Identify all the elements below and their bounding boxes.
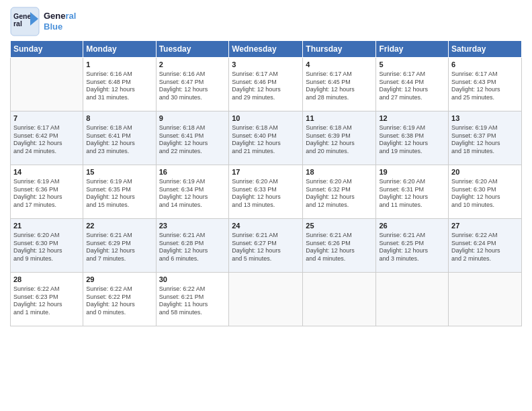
day-info: Sunrise: 6:19 AM Sunset: 6:37 PM Dayligh…: [451, 124, 519, 156]
calendar-cell: 13Sunrise: 6:19 AM Sunset: 6:37 PM Dayli…: [449, 111, 522, 165]
day-info: Sunrise: 6:21 AM Sunset: 6:26 PM Dayligh…: [306, 232, 373, 263]
calendar-cell: 5Sunrise: 6:17 AM Sunset: 6:44 PM Daylig…: [376, 58, 449, 111]
day-info: Sunrise: 6:19 AM Sunset: 6:34 PM Dayligh…: [159, 178, 226, 210]
calendar-header-monday: Monday: [83, 41, 156, 58]
calendar-cell: 21Sunrise: 6:20 AM Sunset: 6:30 PM Dayli…: [11, 219, 83, 273]
header: Gene- ral GeneralBlue: [10, 7, 522, 36]
day-number: 11: [306, 113, 373, 124]
day-number: 19: [379, 167, 445, 177]
calendar-week-row: 28Sunrise: 6:22 AM Sunset: 6:23 PM Dayli…: [11, 273, 522, 326]
calendar-header-sunday: Sunday: [11, 41, 83, 58]
day-number: 15: [86, 167, 152, 177]
calendar-week-row: 7Sunrise: 6:17 AM Sunset: 6:42 PM Daylig…: [11, 111, 522, 165]
svg-text:ral: ral: [13, 19, 22, 28]
day-info: Sunrise: 6:21 AM Sunset: 6:25 PM Dayligh…: [379, 232, 445, 263]
calendar-cell: 19Sunrise: 6:20 AM Sunset: 6:31 PM Dayli…: [376, 165, 449, 219]
day-number: 22: [86, 221, 152, 231]
day-info: Sunrise: 6:22 AM Sunset: 6:23 PM Dayligh…: [13, 285, 80, 317]
day-number: 25: [306, 221, 373, 231]
day-number: 13: [451, 113, 519, 124]
calendar-cell: [449, 273, 522, 326]
day-number: 30: [159, 275, 226, 285]
day-number: 16: [159, 167, 226, 177]
day-number: 3: [232, 60, 300, 70]
calendar-week-row: 14Sunrise: 6:19 AM Sunset: 6:36 PM Dayli…: [11, 165, 522, 219]
day-info: Sunrise: 6:18 AM Sunset: 6:41 PM Dayligh…: [86, 124, 152, 156]
calendar-cell: 10Sunrise: 6:18 AM Sunset: 6:40 PM Dayli…: [229, 111, 303, 165]
calendar-cell: 8Sunrise: 6:18 AM Sunset: 6:41 PM Daylig…: [83, 111, 156, 165]
calendar-week-row: 21Sunrise: 6:20 AM Sunset: 6:30 PM Dayli…: [11, 219, 522, 273]
day-info: Sunrise: 6:20 AM Sunset: 6:33 PM Dayligh…: [232, 178, 300, 210]
calendar-cell: 1Sunrise: 6:16 AM Sunset: 6:48 PM Daylig…: [83, 58, 156, 111]
calendar-cell: 17Sunrise: 6:20 AM Sunset: 6:33 PM Dayli…: [229, 165, 303, 219]
calendar-header-thursday: Thursday: [303, 41, 376, 58]
calendar-cell: 14Sunrise: 6:19 AM Sunset: 6:36 PM Dayli…: [11, 165, 83, 219]
day-info: Sunrise: 6:19 AM Sunset: 6:36 PM Dayligh…: [13, 178, 80, 210]
calendar-header-tuesday: Tuesday: [156, 41, 229, 58]
day-number: 18: [306, 167, 373, 177]
day-info: Sunrise: 6:18 AM Sunset: 6:40 PM Dayligh…: [232, 124, 300, 156]
day-number: 8: [86, 113, 152, 124]
calendar-cell: [376, 273, 449, 326]
calendar-cell: 27Sunrise: 6:22 AM Sunset: 6:24 PM Dayli…: [449, 219, 522, 273]
day-info: Sunrise: 6:19 AM Sunset: 6:38 PM Dayligh…: [379, 124, 445, 156]
day-info: Sunrise: 6:17 AM Sunset: 6:43 PM Dayligh…: [451, 71, 519, 102]
logo-label: GeneralBlue: [44, 11, 76, 32]
day-info: Sunrise: 6:21 AM Sunset: 6:29 PM Dayligh…: [86, 232, 152, 263]
logo-svg: Gene- ral: [10, 7, 40, 36]
day-info: Sunrise: 6:18 AM Sunset: 6:39 PM Dayligh…: [306, 124, 373, 156]
calendar-cell: 3Sunrise: 6:17 AM Sunset: 6:46 PM Daylig…: [229, 58, 303, 111]
day-info: Sunrise: 6:22 AM Sunset: 6:24 PM Dayligh…: [451, 232, 519, 263]
day-number: 14: [13, 167, 80, 177]
calendar-cell: 9Sunrise: 6:18 AM Sunset: 6:41 PM Daylig…: [156, 111, 229, 165]
day-info: Sunrise: 6:20 AM Sunset: 6:30 PM Dayligh…: [451, 178, 519, 210]
day-number: 21: [13, 221, 80, 231]
day-number: 7: [13, 113, 80, 124]
day-number: 6: [451, 60, 519, 70]
day-number: 10: [232, 113, 300, 124]
day-info: Sunrise: 6:22 AM Sunset: 6:22 PM Dayligh…: [86, 285, 152, 317]
calendar-cell: [229, 273, 303, 326]
calendar-week-row: 1Sunrise: 6:16 AM Sunset: 6:48 PM Daylig…: [11, 58, 522, 111]
calendar-header-friday: Friday: [376, 41, 449, 58]
calendar-cell: 11Sunrise: 6:18 AM Sunset: 6:39 PM Dayli…: [303, 111, 376, 165]
calendar-header-saturday: Saturday: [449, 41, 522, 58]
day-info: Sunrise: 6:16 AM Sunset: 6:47 PM Dayligh…: [159, 71, 226, 102]
day-number: 4: [306, 60, 373, 70]
calendar-cell: 16Sunrise: 6:19 AM Sunset: 6:34 PM Dayli…: [156, 165, 229, 219]
calendar-cell: 2Sunrise: 6:16 AM Sunset: 6:47 PM Daylig…: [156, 58, 229, 111]
day-number: 12: [379, 113, 445, 124]
calendar-cell: [303, 273, 376, 326]
day-number: 26: [379, 221, 445, 231]
page: Gene- ral GeneralBlue SundayMondayTuesda…: [0, 0, 532, 411]
calendar-cell: 30Sunrise: 6:22 AM Sunset: 6:21 PM Dayli…: [156, 273, 229, 326]
day-info: Sunrise: 6:19 AM Sunset: 6:35 PM Dayligh…: [86, 178, 152, 210]
day-info: Sunrise: 6:22 AM Sunset: 6:21 PM Dayligh…: [159, 285, 226, 317]
calendar-header-wednesday: Wednesday: [229, 41, 303, 58]
day-number: 24: [232, 221, 300, 231]
day-number: 5: [379, 60, 445, 70]
day-info: Sunrise: 6:17 AM Sunset: 6:44 PM Dayligh…: [379, 71, 445, 102]
calendar-cell: [11, 58, 83, 111]
calendar-cell: 6Sunrise: 6:17 AM Sunset: 6:43 PM Daylig…: [449, 58, 522, 111]
calendar-cell: 23Sunrise: 6:21 AM Sunset: 6:28 PM Dayli…: [156, 219, 229, 273]
day-number: 29: [86, 275, 152, 285]
day-info: Sunrise: 6:17 AM Sunset: 6:42 PM Dayligh…: [13, 124, 80, 156]
day-number: 2: [159, 60, 226, 70]
day-info: Sunrise: 6:20 AM Sunset: 6:30 PM Dayligh…: [13, 232, 80, 263]
day-number: 20: [451, 167, 519, 177]
calendar-cell: 7Sunrise: 6:17 AM Sunset: 6:42 PM Daylig…: [11, 111, 83, 165]
day-number: 23: [159, 221, 226, 231]
calendar-cell: 29Sunrise: 6:22 AM Sunset: 6:22 PM Dayli…: [83, 273, 156, 326]
calendar-cell: 22Sunrise: 6:21 AM Sunset: 6:29 PM Dayli…: [83, 219, 156, 273]
day-info: Sunrise: 6:21 AM Sunset: 6:27 PM Dayligh…: [232, 232, 300, 263]
calendar-cell: 4Sunrise: 6:17 AM Sunset: 6:45 PM Daylig…: [303, 58, 376, 111]
calendar-header-row: SundayMondayTuesdayWednesdayThursdayFrid…: [11, 41, 522, 58]
calendar-cell: 12Sunrise: 6:19 AM Sunset: 6:38 PM Dayli…: [376, 111, 449, 165]
day-number: 28: [13, 275, 80, 285]
calendar-cell: 25Sunrise: 6:21 AM Sunset: 6:26 PM Dayli…: [303, 219, 376, 273]
calendar-cell: 15Sunrise: 6:19 AM Sunset: 6:35 PM Dayli…: [83, 165, 156, 219]
day-number: 9: [159, 113, 226, 124]
day-info: Sunrise: 6:17 AM Sunset: 6:45 PM Dayligh…: [306, 71, 373, 102]
day-number: 27: [451, 221, 519, 231]
